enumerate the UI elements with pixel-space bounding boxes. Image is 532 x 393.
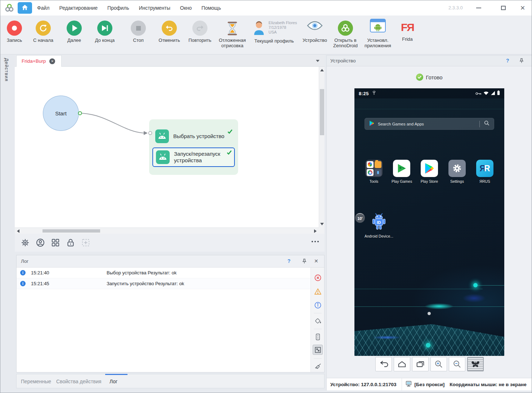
restart-button[interactable]: С начала (29, 16, 57, 43)
installed-apps-button[interactable]: Установл. приложения (361, 16, 394, 49)
home-button[interactable] (18, 2, 32, 14)
vertical-scroll-thumb[interactable] (320, 89, 324, 135)
menu-file[interactable]: Файл (37, 5, 49, 11)
current-profile-button[interactable]: Elizabeth Flores 7/12/1978 USA Текущий п… (250, 16, 298, 44)
action-select-device[interactable]: Выбрать устройство (152, 127, 235, 145)
scroll-right-icon[interactable] (314, 229, 317, 233)
app-play-games[interactable]: Play Games (392, 160, 412, 184)
actions-dock-tab[interactable]: Действия (4, 58, 9, 81)
flow-canvas[interactable]: Start Выбрать устройство (15, 67, 319, 228)
scroll-up-icon[interactable] (320, 69, 324, 71)
more-options-icon[interactable] (312, 241, 319, 242)
app-settings[interactable]: Settings (447, 160, 467, 184)
app-yarus[interactable]: ЯR ЯRUS (475, 160, 495, 184)
device-log-icon[interactable] (313, 332, 323, 342)
tab-frida-burp[interactable]: Frida+Burp ✕ (16, 55, 62, 67)
action-group-block[interactable]: Выбрать устройство Запуск/перезапуск уст… (149, 119, 238, 175)
log-entries-list[interactable]: i 15:21:40 Выбор устройства Результат: o… (17, 268, 310, 372)
redo-icon (192, 21, 207, 36)
menu-tools[interactable]: Инструменты (139, 5, 170, 11)
scroll-down-icon[interactable] (320, 223, 324, 225)
app-tools[interactable]: Tools (364, 160, 384, 184)
device-panel-title: Устройство (330, 58, 356, 63)
help-icon[interactable]: ? (287, 258, 291, 264)
phone-clock: 8:25 (359, 91, 369, 96)
stop-button[interactable]: Стоп (126, 16, 150, 43)
action-restart-device[interactable]: Запуск/перезапуск устройства (152, 147, 235, 167)
tab-list-dropdown-icon[interactable] (316, 60, 319, 62)
battery-icon (497, 90, 500, 97)
nav-home-button[interactable] (394, 357, 410, 371)
phone-status-bar: 8:25 (354, 88, 504, 98)
maximize-button[interactable] (496, 0, 510, 16)
nav-back-button[interactable] (375, 357, 392, 371)
log-close-icon[interactable]: ✕ (314, 258, 318, 264)
undo-button[interactable]: Отменить (155, 16, 184, 43)
redo-button[interactable]: Повторить (185, 16, 215, 43)
log-panel: Лог ? ✕ i 15:21:40 Выбор устройства Резу… (16, 255, 325, 372)
action-label: Запуск/перезапуск устройства (174, 151, 228, 164)
search-icon[interactable] (484, 120, 489, 127)
proxy-status[interactable]: [Без прокси] (402, 381, 448, 388)
android-action-icon (155, 129, 169, 143)
play-to-end-button[interactable]: До конца (90, 16, 119, 43)
tab-action-properties[interactable]: Свойства действия (56, 374, 101, 389)
clean-brush-icon[interactable] (313, 361, 323, 371)
profile-birthdate: 7/12/1978 (269, 25, 297, 30)
pin-icon[interactable] (302, 259, 307, 265)
tab-variables[interactable]: Переменные (21, 374, 51, 389)
deferred-render-button[interactable]: Отложенная отрисовка (215, 16, 250, 49)
play-to-end-icon (97, 21, 112, 36)
profile-person-icon[interactable] (36, 238, 45, 247)
tab-close-icon[interactable]: ✕ (49, 58, 55, 64)
lock-icon[interactable] (66, 238, 75, 247)
device-view-button[interactable]: Устройство (299, 16, 330, 43)
widget-badge[interactable]: 10' (355, 213, 365, 223)
android-device-shortcut[interactable]: 10' ID (358, 212, 400, 238)
menu-edit[interactable]: Редактирование (59, 5, 98, 11)
menu-window[interactable]: Окно (180, 5, 192, 11)
device-panel-header: Устройство ? (327, 56, 532, 66)
proxy-status-text: [Без прокси] (415, 382, 445, 387)
log-entry-row[interactable]: i 15:21:45 Запустить устройство Результа… (17, 278, 310, 289)
canvas-vertical-scrollbar[interactable] (319, 67, 325, 228)
wifi-icon (483, 90, 489, 97)
filter-info-icon[interactable] (313, 300, 323, 310)
tools-app-icon (365, 160, 383, 177)
zoom-in-button[interactable] (430, 357, 447, 371)
close-button[interactable]: ✕ (515, 0, 530, 16)
scroll-left-icon[interactable] (17, 229, 19, 233)
minimize-button[interactable] (471, 0, 486, 16)
menu-profile[interactable]: Профиль (107, 5, 129, 11)
frida-button[interactable]: FЯ Frida (397, 16, 418, 42)
grid-view-icon[interactable] (51, 238, 60, 247)
zoom-out-button[interactable] (449, 357, 465, 371)
canvas-horizontal-scrollbar[interactable] (15, 228, 319, 234)
app-play-store[interactable]: Play Store (419, 160, 439, 184)
open-in-zennodroid-button[interactable]: Открыть в ZennoDroid (330, 16, 361, 49)
wallpaper-grid (354, 324, 504, 356)
pin-icon[interactable] (519, 58, 524, 65)
horizontal-scroll-thumb[interactable] (43, 229, 100, 233)
start-node[interactable]: Start (43, 96, 79, 131)
help-icon[interactable]: ? (506, 58, 509, 63)
screen-capture-mode-button[interactable] (467, 357, 484, 371)
tab-log[interactable]: Лог (109, 374, 117, 389)
filter-errors-icon[interactable] (313, 273, 323, 283)
log-entry-time: 15:21:40 (31, 270, 107, 275)
settings-gear-icon[interactable] (21, 238, 30, 247)
proxy-computer-icon (406, 381, 412, 388)
nav-recents-button[interactable] (412, 357, 429, 371)
record-button[interactable]: Запись (3, 16, 26, 43)
clear-log-bucket-icon[interactable] (313, 316, 323, 326)
restart-icon (36, 21, 51, 36)
menu-help[interactable]: Помощь (201, 5, 221, 11)
add-selection-icon[interactable] (81, 238, 90, 247)
filter-warnings-icon[interactable] (313, 286, 323, 296)
play-next-button[interactable]: Далее (61, 16, 88, 43)
log-entry-row[interactable]: i 15:21:40 Выбор устройства Результат: o… (17, 268, 310, 278)
resize-panel-icon[interactable] (313, 345, 323, 355)
play-search-bar[interactable]: Search Games and Apps (365, 118, 494, 130)
device-screen[interactable]: 8:25 (354, 88, 504, 356)
close-icon: ✕ (520, 5, 525, 11)
